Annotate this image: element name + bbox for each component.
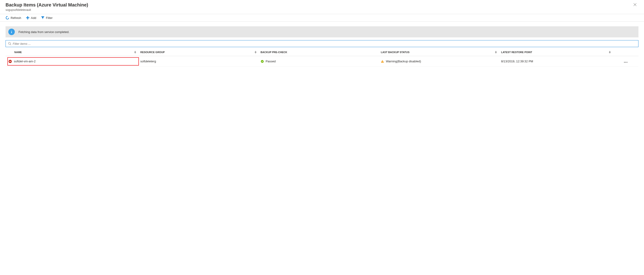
page-subtitle: sogupsoftdeletevault: [6, 8, 88, 11]
filter-button[interactable]: Filter: [41, 16, 53, 20]
filter-label: Filter: [46, 16, 53, 20]
svg-rect-7: [382, 61, 382, 62]
filter-box[interactable]: [6, 40, 638, 47]
toolbar: Refresh Add Filter: [0, 14, 644, 22]
svg-rect-8: [382, 62, 382, 62]
more-actions-button[interactable]: …: [615, 59, 636, 64]
page-title: Backup Items (Azure Virtual Machine): [6, 2, 88, 8]
svg-point-0: [11, 31, 12, 31]
blade-header: Backup Items (Azure Virtual Machine) sog…: [0, 0, 644, 14]
column-header-resource-group[interactable]: Resource Group: [138, 48, 258, 56]
svg-line-3: [10, 44, 11, 45]
sort-icon: [609, 51, 611, 53]
refresh-icon: [6, 16, 9, 20]
column-header-actions: [613, 48, 638, 56]
column-header-name[interactable]: Name: [6, 48, 138, 56]
refresh-label: Refresh: [11, 16, 21, 20]
notification-text: Fetching data from service completed.: [18, 30, 69, 34]
notification-bar: Fetching data from service completed.: [6, 26, 638, 37]
column-header-precheck[interactable]: Backup Pre-Check: [259, 48, 379, 56]
row-precheck: Passed: [266, 60, 276, 63]
sort-icon: [255, 51, 256, 53]
row-restore-point: 8/13/2019, 12:39:32 PM: [501, 60, 533, 63]
sort-icon: [134, 51, 136, 53]
add-label: Add: [31, 16, 36, 20]
ellipsis-icon: …: [624, 59, 628, 63]
check-circle-icon: [261, 60, 264, 63]
filter-input[interactable]: [13, 42, 636, 45]
filter-icon: [41, 16, 44, 20]
svg-rect-1: [11, 32, 12, 33]
search-icon: [8, 42, 11, 45]
warning-triangle-icon: [381, 60, 384, 63]
info-icon: [8, 29, 15, 35]
refresh-button[interactable]: Refresh: [6, 16, 21, 20]
stop-icon: [8, 60, 12, 63]
svg-point-2: [8, 42, 10, 44]
row-resource-group: softdeleterg: [140, 60, 156, 63]
column-header-restore[interactable]: Latest Restore Point: [499, 48, 613, 56]
add-button[interactable]: Add: [26, 16, 36, 20]
row-status: Warning(Backup disabled): [386, 60, 421, 63]
svg-rect-5: [9, 61, 11, 61]
column-header-status[interactable]: Last Backup Status: [379, 48, 499, 56]
close-button[interactable]: [632, 2, 638, 8]
backup-items-table: Name Resource Group Backup Pre-Check: [6, 48, 638, 67]
sort-icon: [495, 51, 497, 53]
row-name: softdel-vm-am-2: [14, 60, 36, 63]
plus-icon: [26, 16, 30, 20]
table-row[interactable]: softdel-vm-am-2 softdeleterg Passed: [6, 56, 638, 67]
close-icon: [633, 3, 636, 6]
